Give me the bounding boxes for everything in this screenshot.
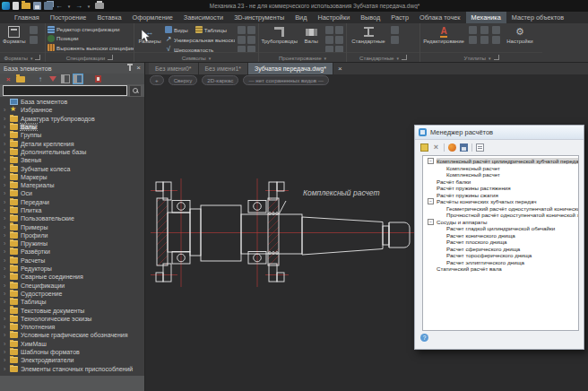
ribbon-tab[interactable]: 3D-инструменты [229,12,290,23]
pin-icon[interactable] [129,65,131,71]
bolt-icon[interactable] [238,26,246,34]
tree-item[interactable]: Арматура трубопроводов [0,115,144,123]
expand-arrow-icon[interactable] [4,291,7,297]
spring-icon[interactable] [325,36,333,44]
new-calculation-icon[interactable] [420,143,428,152]
gear-pair-icon[interactable] [325,26,333,34]
settings-button[interactable]: ⚙ Настройки [504,25,536,44]
expand-arrow-icon[interactable] [4,116,7,122]
tree-item[interactable]: Группы [0,131,144,139]
undo-dropdown-icon[interactable]: ▾ [65,2,73,11]
pencil-icon[interactable] [335,26,343,34]
viewport-control-button[interactable]: — нет сохраненных видов — [243,75,329,85]
tree-item[interactable]: Условные графические обозначения [0,331,144,339]
delete-calculation-icon[interactable]: × [432,143,440,152]
tree-item[interactable]: Сварные соединения [0,273,144,281]
calc-tree-item[interactable]: Сосуды и аппараты [425,219,578,226]
tree-item[interactable]: Материалы [0,181,144,189]
expand-arrow-icon[interactable] [4,265,7,272]
format-table-icon[interactable] [30,26,38,34]
expand-arrow-icon[interactable] [4,215,7,222]
ribbon-tab[interactable]: Главная [9,12,45,23]
editing-button[interactable]: A Редактирование [422,25,465,44]
formats-button[interactable]: Форматы [2,25,27,44]
tree-item[interactable]: Избранное [0,106,144,114]
tree-item[interactable]: Профили [0,231,144,239]
dialog-launcher-icon[interactable] [108,55,113,60]
symbol-icon[interactable] [238,46,246,52]
ribbon-tab[interactable]: Настройки [312,12,355,23]
marker-icon[interactable] [238,36,246,44]
measure-icon[interactable] [469,26,477,34]
tree-item[interactable]: Детали крепления [0,139,144,147]
blocks-icon[interactable] [492,36,500,44]
calc-tree-item[interactable]: Комплексный расчет [425,171,578,178]
sketch-icon[interactable] [335,46,343,52]
redo-dropdown-icon[interactable]: ▾ [85,2,92,11]
calc-tree-item[interactable]: Расчет торосферического днища [425,252,578,259]
calc-tree-item[interactable]: Расчет плоского днища [425,239,578,246]
panel-view-icon[interactable] [74,74,82,83]
close-icon[interactable]: × [136,65,141,72]
format-borders-icon[interactable] [30,36,38,44]
tree-item[interactable]: Редукторы [0,265,144,273]
tree-item[interactable]: ХимМаш [0,340,144,348]
calc-manager-titlebar[interactable]: Менеджер расчётов [415,126,584,140]
expand-arrow-icon[interactable] [4,366,7,372]
expand-arrow-icon[interactable] [4,257,7,264]
viewport-control-button[interactable]: + [150,75,164,85]
list-view-icon[interactable] [61,74,70,83]
viewport-control-button[interactable]: Сверху [169,75,198,85]
expand-arrow-icon[interactable] [4,124,7,130]
expand-arrow-icon[interactable] [4,282,7,289]
save-calculation-icon[interactable] [460,143,468,152]
ribbon-tab[interactable]: Механика [466,12,506,23]
expand-arrow-icon[interactable] [4,224,7,230]
expand-arrow-icon[interactable] [4,349,7,355]
edit-properties-icon[interactable] [476,143,484,152]
circle-tool-icon[interactable] [469,36,477,44]
expander-minus-icon[interactable] [428,198,434,204]
tree-item[interactable]: Развёртки [0,248,144,256]
document-tab[interactable]: Зубчатая передача.dwg* [248,63,333,74]
expand-arrow-icon[interactable] [4,357,7,363]
ribbon-tab[interactable]: Мастер объектов [506,12,569,23]
axis-icon[interactable] [247,36,255,44]
dialog-launcher-icon[interactable] [35,55,40,60]
ribbon-button[interactable]: Позиции [48,34,79,42]
document-tab[interactable]: Без имени0* [149,63,199,74]
expand-arrow-icon[interactable] [4,141,7,147]
search-button[interactable] [129,85,142,97]
expander-minus-icon[interactable] [428,158,434,164]
tree-item[interactable]: Примеры [0,222,144,230]
bearing-icon[interactable] [325,46,333,52]
viewport-control-button[interactable]: 2D-каркас [202,75,238,85]
app-logo-icon[interactable] [2,2,10,10]
filter-icon[interactable] [49,76,56,82]
expand-arrow-icon[interactable] [4,174,7,180]
calc-tree-item[interactable]: Геометрический расчёт одноступенчатой ко… [425,205,578,213]
universal-leader-button[interactable]: ↗Универсальная выноска [165,35,235,44]
calc-tree-item[interactable]: Расчёт пружины растяжения [425,185,578,192]
pipelines-button[interactable]: Трубопроводы [261,25,298,44]
expand-arrow-icon[interactable] [4,132,7,138]
open-file-icon[interactable] [22,3,30,9]
tree-item[interactable]: Пользовательские [0,214,144,222]
print-icon[interactable] [95,3,104,9]
calc-tree-item[interactable]: Прочностной расчёт одноступенчатой конич… [425,212,578,219]
tree-item[interactable]: Пружины [0,239,144,248]
tree-item[interactable]: Оси [0,189,144,197]
tree-item[interactable]: Шаблоны форматов [0,348,144,356]
tree-item[interactable]: Маркеры [0,173,144,181]
dialog-launcher-icon[interactable] [402,55,407,60]
tree-item[interactable]: Дополнительные базы [0,148,144,156]
open-folder-icon[interactable] [16,76,25,83]
save-all-icon[interactable] [44,2,53,10]
ribbon-button[interactable]: Выровнять выноски спецификации [48,44,134,52]
tree-item[interactable]: Зубчатые колеса [0,164,144,172]
screw-icon[interactable] [335,36,343,44]
tree-item[interactable]: Передачи [0,198,144,206]
tree-item[interactable]: Элементы станочных приспособлений [0,365,144,373]
expander-minus-icon[interactable] [428,219,434,225]
close-document-icon[interactable]: × [333,63,347,74]
